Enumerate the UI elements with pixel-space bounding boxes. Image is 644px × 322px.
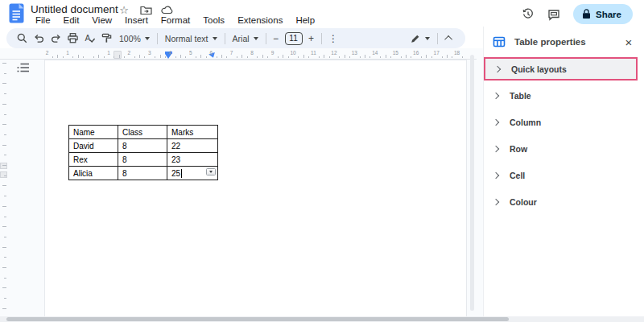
menu-format[interactable]: Format [155, 14, 196, 27]
paragraph-style-select[interactable]: Normal text [161, 30, 221, 47]
zoom-select[interactable]: 100% [115, 30, 154, 47]
chevron-down-icon [145, 37, 150, 40]
table-cell[interactable]: 23 [167, 153, 218, 167]
section-quick-layouts[interactable]: Quick layouts [484, 57, 638, 80]
chevron-up-icon [444, 35, 452, 43]
docs-logo-icon[interactable] [9, 3, 24, 27]
document-canvas: 12345678910111213141516171821 Name Class… [0, 48, 483, 316]
table-row: Alicia 8 25 [69, 167, 218, 180]
ruler-number: 17 [434, 50, 440, 56]
ruler-number: 2 [128, 50, 131, 56]
paint-format-icon[interactable] [98, 30, 115, 47]
top-bar: Untitled document ☆ File Edit View Inser… [0, 0, 644, 27]
ruler-number: 10 [290, 50, 295, 56]
chevron-down-icon [254, 37, 258, 40]
share-label: Share [596, 10, 621, 19]
table-header-row: Name Class Marks [69, 126, 218, 139]
font-size-decrease-button[interactable]: − [270, 33, 283, 44]
close-icon[interactable]: × [622, 36, 635, 48]
document-page[interactable]: Name Class Marks David 8 22 Rex 8 23 Ali… [44, 60, 467, 316]
comments-icon[interactable] [547, 8, 560, 21]
section-row[interactable]: Row [484, 135, 644, 162]
table-column-marker[interactable] [114, 51, 122, 59]
ruler-number: 11 [311, 50, 316, 56]
spellcheck-icon[interactable]: A [81, 30, 98, 47]
panel-sections: Quick layouts Table Column Row Cell Colo… [484, 57, 644, 215]
chevron-down-icon [425, 37, 430, 40]
font-size-input[interactable]: 11 [285, 32, 303, 45]
table-cell[interactable]: Name [69, 126, 118, 139]
ruler-number: 3 [148, 50, 151, 56]
undo-icon[interactable] [31, 30, 47, 47]
table-cell[interactable]: Marks [167, 126, 218, 139]
version-history-icon[interactable] [522, 8, 535, 21]
menu-extensions[interactable]: Extensions [231, 14, 289, 27]
ruler-number: 18 [454, 50, 460, 56]
vertical-scrollbar[interactable] [470, 55, 474, 311]
section-cell[interactable]: Cell [484, 162, 644, 188]
section-colour[interactable]: Colour [484, 188, 644, 215]
font-value: Arial [233, 34, 250, 43]
toolbar: A 100% Normal text Arial − 11 + [6, 28, 465, 48]
font-select[interactable]: Arial [229, 30, 262, 47]
google-docs-window: Untitled document ☆ File Edit View Inser… [0, 0, 644, 322]
menu-edit[interactable]: Edit [57, 14, 86, 27]
cell-dropdown-button[interactable] [206, 168, 216, 175]
table-cell[interactable]: Alicia [69, 167, 118, 180]
menu-view[interactable]: View [85, 14, 118, 27]
horizontal-scrollbar[interactable] [6, 317, 509, 321]
menu-file[interactable]: File [29, 14, 57, 27]
ruler-number: 12 [331, 50, 336, 56]
table-cell[interactable]: 8 [118, 167, 167, 180]
chevron-right-icon [493, 145, 499, 151]
ruler-number: 16 [413, 50, 419, 56]
active-cell-text: 25 [171, 169, 180, 178]
pen-icon [410, 33, 421, 44]
ruler-number: 8 [250, 50, 254, 56]
chevron-right-icon [493, 118, 499, 125]
editing-mode-select[interactable] [406, 30, 434, 47]
table-row: Rex 8 23 [69, 153, 218, 167]
search-icon[interactable] [14, 30, 31, 47]
document-table: Name Class Marks David 8 22 Rex 8 23 Ali… [68, 125, 218, 180]
ruler-number: 14 [372, 50, 378, 56]
horizontal-ruler: 12345678910111213141516171821 [0, 49, 477, 60]
chevron-right-icon [493, 92, 499, 98]
chevron-right-icon [493, 198, 499, 204]
chevron-down-icon [213, 37, 217, 40]
table-properties-panel: Table properties × Quick layouts Table C… [483, 27, 644, 316]
table-cell[interactable]: 8 [118, 153, 167, 167]
menu-tools[interactable]: Tools [196, 14, 231, 27]
ruler-number: 1 [107, 50, 110, 56]
panel-header: Table properties × [484, 27, 644, 57]
table-cell[interactable]: Class [118, 126, 167, 139]
zoom-value: 100% [119, 34, 141, 43]
table-cell[interactable]: Rex [69, 153, 118, 167]
table-row-marker[interactable] [0, 163, 7, 169]
ruler-number: 2 [46, 50, 49, 56]
table-cell[interactable]: 22 [167, 139, 218, 153]
print-icon[interactable] [64, 30, 81, 47]
more-options-icon[interactable]: ⋮ [325, 30, 342, 47]
vertical-ruler [0, 60, 8, 316]
table-cell[interactable]: David [69, 139, 118, 153]
table-cell[interactable]: 8 [118, 139, 167, 153]
ruler-number: 5 [189, 50, 192, 56]
show-outline-icon[interactable] [17, 62, 31, 75]
font-size-increase-button[interactable]: + [305, 33, 318, 44]
share-button[interactable]: Share [573, 4, 633, 24]
section-table[interactable]: Table [484, 82, 644, 109]
ruler-number: 4 [168, 50, 171, 56]
document-title[interactable]: Untitled document [31, 3, 118, 15]
menu-help[interactable]: Help [289, 14, 321, 27]
table-icon [493, 35, 506, 48]
hide-menus-button[interactable] [441, 30, 458, 47]
table-cell[interactable]: 25 [167, 167, 218, 180]
section-column[interactable]: Column [484, 109, 644, 135]
table-row: David 8 22 [69, 139, 218, 153]
redo-icon[interactable] [47, 30, 64, 47]
menu-insert[interactable]: Insert [118, 14, 155, 27]
chevron-down-icon [209, 171, 213, 173]
chevron-right-icon [494, 65, 501, 72]
panel-title: Table properties [514, 37, 622, 47]
